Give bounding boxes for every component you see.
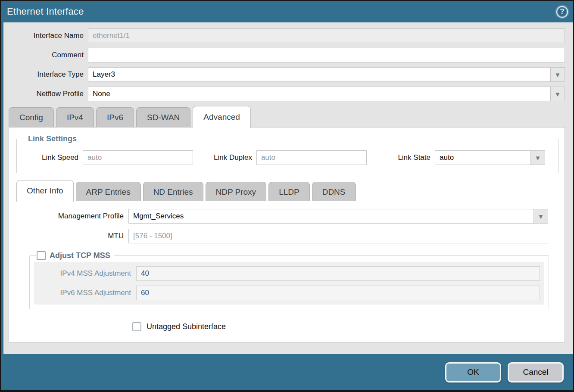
management-profile-label: Management Profile [16, 212, 128, 221]
ipv4-mss-row: IPv4 MSS Adjustment [34, 266, 540, 281]
interface-name-label: Interface Name [3, 31, 88, 40]
help-icon[interactable]: ? [556, 6, 568, 18]
netflow-profile-field[interactable] [88, 87, 551, 101]
mtu-field[interactable] [128, 229, 548, 243]
chevron-down-icon: ▼ [535, 154, 541, 162]
link-speed-label: Link Speed [42, 153, 83, 162]
main-tab-bar: Config IPv4 IPv6 SD-WAN Advanced [3, 106, 573, 127]
interface-name-field [88, 28, 565, 43]
management-profile-dropdown-button[interactable]: ▼ [534, 209, 548, 224]
untagged-subinterface-label: Untagged Subinterface [147, 322, 226, 331]
interface-type-label: Interface Type [3, 70, 88, 79]
netflow-profile-row: Netflow Profile ▼ [3, 87, 565, 101]
comment-label: Comment [3, 51, 88, 59]
netflow-profile-label: Netflow Profile [3, 90, 88, 98]
interface-type-field[interactable] [88, 67, 551, 82]
ok-button[interactable]: OK [445, 362, 501, 383]
tab-ddns[interactable]: DDNS [312, 182, 356, 201]
adjust-tcp-mss-title: Adjust TCP MSS [50, 251, 110, 260]
dialog-title: Ethernet Interface [7, 6, 84, 17]
tab-arp-entries[interactable]: ARP Entries [76, 182, 141, 201]
tab-sdwan[interactable]: SD-WAN [136, 107, 190, 127]
ipv4-mss-field [136, 266, 540, 281]
mss-fields-panel: IPv4 MSS Adjustment IPv6 MSS Adjustment [34, 262, 544, 305]
management-profile-row: Management Profile ▼ [16, 209, 548, 224]
tab-nd-entries[interactable]: ND Entries [143, 182, 203, 201]
comment-field[interactable] [88, 48, 565, 62]
tab-config[interactable]: Config [9, 107, 54, 127]
footer-bar: OK Cancel [1, 354, 573, 390]
ipv4-mss-label: IPv4 MSS Adjustment [34, 269, 136, 278]
link-settings-group: Link Settings Link Speed Link Duplex [16, 134, 558, 173]
adjust-tcp-mss-group: Adjust TCP MSS IPv4 MSS Adjustment IPv6 … [29, 251, 549, 309]
management-profile-field[interactable] [128, 209, 534, 224]
link-state-field[interactable] [435, 150, 531, 165]
link-settings-title: Link Settings [25, 134, 79, 143]
tab-other-info[interactable]: Other Info [16, 180, 74, 202]
ipv6-mss-field [136, 286, 540, 300]
comment-row: Comment [3, 48, 565, 62]
link-duplex-field[interactable] [256, 150, 367, 165]
sub-tab-bar: Other Info ARP Entries ND Entries NDP Pr… [16, 180, 559, 201]
title-bar: Ethernet Interface ? [1, 1, 573, 22]
netflow-profile-dropdown-button[interactable]: ▼ [551, 87, 565, 101]
interface-type-dropdown-button[interactable]: ▼ [551, 67, 565, 82]
untagged-subinterface-checkbox[interactable] [132, 322, 141, 331]
mtu-row: MTU [16, 229, 548, 243]
tab-ipv6[interactable]: IPv6 [96, 107, 134, 127]
ipv6-mss-row: IPv6 MSS Adjustment [34, 286, 540, 300]
link-state-label: Link State [398, 153, 435, 162]
untagged-subinterface-row: Untagged Subinterface [132, 322, 559, 331]
interface-name-row: Interface Name [3, 28, 565, 43]
cancel-button[interactable]: Cancel [508, 362, 564, 383]
chevron-down-icon: ▼ [538, 213, 544, 220]
chevron-down-icon: ▼ [555, 90, 561, 98]
tab-advanced[interactable]: Advanced [193, 106, 251, 128]
other-info-panel: Management Profile ▼ MTU [16, 201, 559, 331]
tab-ndp-proxy[interactable]: NDP Proxy [206, 182, 267, 201]
link-speed-field[interactable] [83, 150, 193, 165]
dialog-body: Interface Name Comment Interface Type ▼ … [1, 22, 573, 354]
ipv6-mss-label: IPv6 MSS Adjustment [34, 289, 136, 297]
interface-type-row: Interface Type ▼ [3, 67, 565, 82]
link-duplex-label: Link Duplex [214, 153, 256, 162]
tab-ipv4[interactable]: IPv4 [56, 107, 94, 127]
adjust-tcp-mss-checkbox[interactable] [37, 251, 46, 260]
mtu-label: MTU [16, 232, 128, 240]
link-state-dropdown-button[interactable]: ▼ [531, 150, 545, 165]
ethernet-interface-dialog: Ethernet Interface ? Interface Name Comm… [0, 0, 574, 392]
chevron-down-icon: ▼ [555, 71, 561, 78]
tab-lldp[interactable]: LLDP [268, 182, 310, 201]
advanced-tab-panel: Link Settings Link Speed Link Duplex [9, 127, 565, 342]
